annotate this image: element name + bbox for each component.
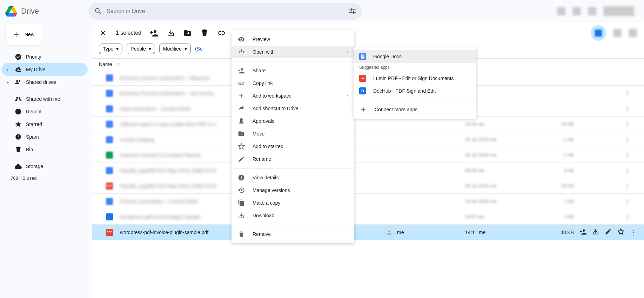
header-icon-2[interactable] [572,7,581,15]
menu-label: Move [253,131,264,137]
more-icon[interactable]: ⋮ [622,137,633,143]
size-cell: 1 KB [542,137,574,142]
search-icon[interactable] [94,7,102,15]
menu-download[interactable]: Download [232,209,354,222]
owner-cell: me [384,227,465,237]
share-icon[interactable] [150,29,158,37]
modified-cell: 14:11 me [465,230,542,235]
menu-copy-link[interactable]: Copy link [232,77,354,90]
modified-chip[interactable]: Modified▾ [159,44,191,54]
menu-rename[interactable]: Rename [232,153,354,165]
menu-move[interactable]: Move [232,127,354,140]
header-icon-3[interactable] [588,7,596,15]
chevron-down-icon: ▾ [185,46,187,52]
table-row[interactable]: ⋮Process automation – Content Brief18 Ju… [92,194,644,209]
menu-view-details[interactable]: View details [232,171,354,184]
menu-manage-versions[interactable]: Manage versions [232,184,354,197]
search-link[interactable]: (Se [195,46,203,52]
plus-icon [359,105,368,114]
doc-icon [106,74,113,81]
menu-add-starred[interactable]: Add to starred [232,140,354,153]
nav-my-drive[interactable]: ▸My Drive [1,63,88,76]
logo-area[interactable]: Drive [4,4,88,18]
close-icon[interactable] [99,29,107,37]
modified-cell: 26 Jul 2023 me [465,137,542,142]
nav-bin[interactable]: Bin [1,143,88,156]
menu-open-with[interactable]: Open with› [232,46,354,58]
eye-icon [237,35,246,44]
menu-make-copy[interactable]: Make a copy [232,197,354,209]
search-bar[interactable] [88,3,362,20]
menu-label: Copy link [253,80,273,86]
nav-label: Spam [26,134,39,140]
size-cell: 43 KB [542,230,574,235]
more-icon[interactable]: ⋮ [622,168,633,173]
selection-toolbar: 1 selected [92,22,644,44]
col-name[interactable]: Name [99,61,112,67]
sidebar: New Priority ▸My Drive ▸Shared drives Sh… [0,22,90,298]
share-icon[interactable] [579,228,586,237]
nav-label: Shared drives [26,79,56,85]
menu-add-workspace[interactable]: Add to workspace› [232,90,354,102]
menu-add-shortcut[interactable]: Add shortcut to Drive [232,102,354,115]
rename-icon[interactable] [605,228,612,237]
more-icon[interactable]: ⋮ [622,183,633,189]
submenu-dochub[interactable]: DDocHub - PDF Sign and Edit [354,85,476,97]
nav-shared-drives[interactable]: ▸Shared drives [1,76,88,88]
menu-label: Share [253,68,266,73]
star-icon[interactable] [617,228,624,237]
chip-label: Modified [163,46,182,52]
table-row[interactable]: ⋮PaySlip_pay0857422-May-2023_f0d6131f-80… [92,163,644,178]
table-row[interactable]: ⋮Keyword research & Content Planner26 Ju… [92,147,644,163]
nav-label: Priority [26,54,41,60]
download-icon[interactable] [167,29,175,37]
menu-label: Rename [253,156,271,162]
pdf-icon: PDF [106,183,113,190]
open-icon [237,48,246,56]
table-row[interactable]: ⋮PDFPaySlip_pay0857422-May-2023_f0d6131f… [92,178,644,194]
new-button[interactable]: New [6,24,43,45]
expand-icon[interactable]: ▸ [7,80,11,84]
sort-arrow-icon[interactable]: ↑ [118,61,120,67]
nav-recent[interactable]: Recent [1,105,88,118]
filter-toggle[interactable] [591,25,606,41]
submenu-google-docs[interactable]: Google Docs [354,50,476,63]
menu-share[interactable]: Share [232,64,354,77]
storage-used: 768 KB used [1,173,88,181]
trash-icon[interactable] [200,29,209,37]
search-options-icon[interactable] [348,7,356,15]
table-row[interactable]: ⋮wordpress-pdf-invoice-plugin-sample16:5… [92,209,644,225]
plus-icon [12,30,20,39]
header-icon-1[interactable] [557,7,565,15]
submenu-lumin[interactable]: ✦Lumin PDF - Edit or Sign Documents [354,72,476,85]
nav-starred[interactable]: Starred [1,118,88,131]
more-icon[interactable]: ⋮ [622,121,633,127]
table-row[interactable]: ⋮Different ways to copy a table from PDF… [92,117,644,132]
expand-icon[interactable]: ▸ [7,68,11,72]
nav-storage[interactable]: Storage [1,160,88,173]
view-toggle-icon[interactable] [613,29,622,37]
more-icon[interactable]: ⋮ [622,152,633,158]
people-chip[interactable]: People▾ [127,44,155,54]
nav-priority[interactable]: Priority [1,51,88,63]
nav-spam[interactable]: Spam [1,131,88,143]
menu-preview[interactable]: Preview [232,33,354,46]
menu-label: Make a copy [253,200,280,206]
more-icon[interactable]: ⋮ [630,228,637,237]
move-icon[interactable] [183,29,192,37]
menu-remove[interactable]: Remove [232,228,354,240]
download-icon[interactable] [592,228,599,237]
table-row-selected[interactable]: PDF wordpress-pdf-invoice-plugin-sample.… [92,225,644,240]
info-panel-icon[interactable] [629,29,637,37]
nav-shared-with-me[interactable]: Shared with me [1,93,88,105]
more-icon[interactable]: ⋮ [622,199,633,204]
submenu-connect[interactable]: Connect more apps [354,103,476,116]
more-icon[interactable]: ⋮ [622,214,633,220]
menu-approvals[interactable]: Approvals [232,115,354,127]
table-row[interactable]: ⋮Invoice imaging26 Jul 2023 me1 KB [92,132,644,147]
link-icon[interactable] [217,29,226,37]
history-icon [237,186,246,194]
suggested-apps-header: Suggested apps [354,63,476,72]
type-chip[interactable]: Type▾ [99,44,122,54]
search-input[interactable] [107,8,344,14]
